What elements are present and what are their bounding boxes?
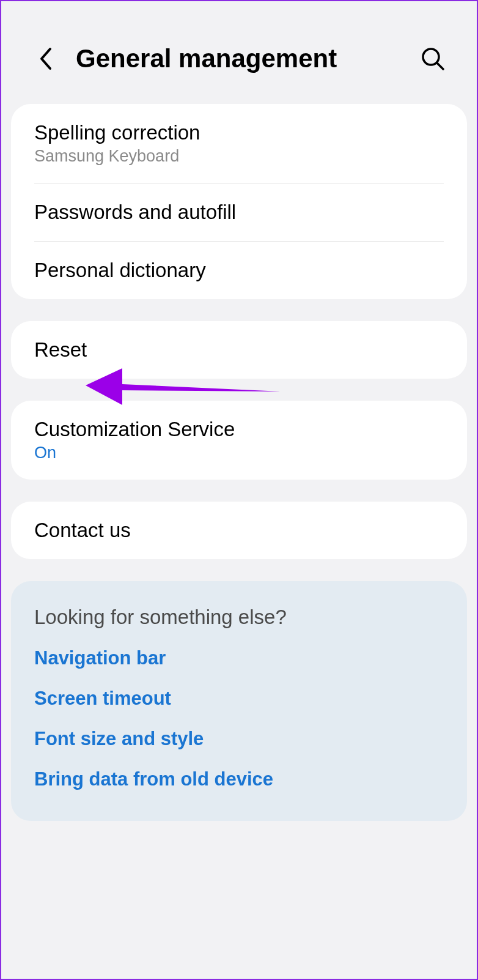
item-subtitle: Samsung Keyboard	[34, 147, 444, 166]
suggestions-heading: Looking for something else?	[34, 606, 444, 629]
item-title: Spelling correction	[34, 121, 444, 144]
search-button[interactable]	[419, 45, 446, 72]
item-title: Passwords and autofill	[34, 201, 444, 224]
back-button[interactable]	[33, 46, 57, 71]
suggestions-card: Looking for something else? Navigation b…	[11, 581, 467, 821]
navigation-bar-link[interactable]: Navigation bar	[34, 647, 444, 669]
search-icon	[421, 46, 445, 71]
header: General management	[1, 1, 477, 104]
item-title: Customization Service	[34, 418, 444, 441]
contact-us-item[interactable]: Contact us	[11, 502, 467, 559]
spelling-correction-item[interactable]: Spelling correction Samsung Keyboard	[11, 104, 467, 183]
bring-data-link[interactable]: Bring data from old device	[34, 768, 444, 790]
screen-timeout-link[interactable]: Screen timeout	[34, 688, 444, 710]
settings-group-4: Contact us	[11, 502, 467, 559]
page-title: General management	[76, 44, 419, 73]
customization-service-item[interactable]: Customization Service On	[11, 401, 467, 480]
passwords-autofill-item[interactable]: Passwords and autofill	[11, 184, 467, 241]
item-title: Personal dictionary	[34, 259, 444, 282]
svg-line-1	[437, 63, 443, 69]
item-title: Reset	[34, 338, 444, 362]
item-title: Contact us	[34, 519, 444, 542]
settings-group-3: Customization Service On	[11, 401, 467, 480]
font-size-style-link[interactable]: Font size and style	[34, 728, 444, 750]
settings-group-1: Spelling correction Samsung Keyboard Pas…	[11, 104, 467, 299]
chevron-left-icon	[39, 47, 52, 70]
item-subtitle: On	[34, 444, 444, 462]
personal-dictionary-item[interactable]: Personal dictionary	[11, 242, 467, 299]
settings-group-2: Reset	[11, 321, 467, 379]
reset-item[interactable]: Reset	[11, 321, 467, 379]
